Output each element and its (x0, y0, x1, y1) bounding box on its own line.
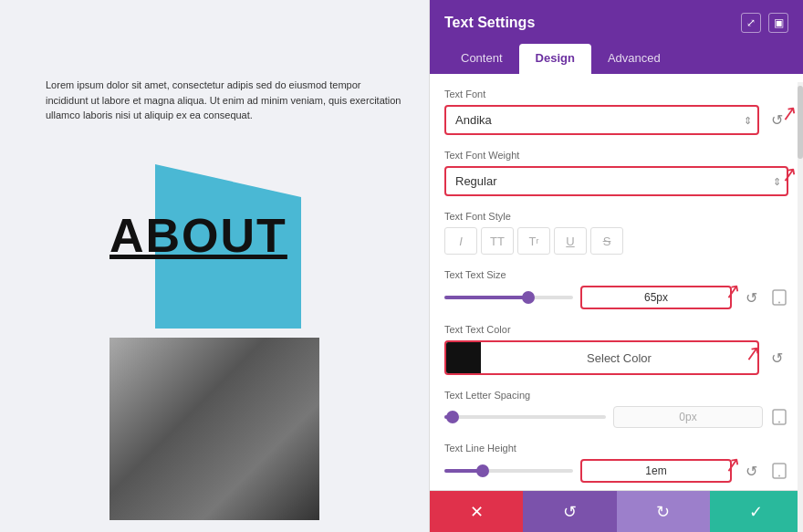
strikethrough-button[interactable]: S (590, 227, 623, 255)
text-font-weight-group: Text Font Weight Regular Bold Light ⇕ ↗ (444, 150, 788, 196)
line-height-slider-fill (444, 469, 483, 473)
text-font-weight-select[interactable]: Regular Bold Light (444, 166, 788, 196)
letter-spacing-slider-track[interactable] (444, 415, 606, 419)
svg-point-1 (778, 302, 780, 304)
letter-spacing-group: Text Letter Spacing (444, 390, 788, 428)
text-size-value[interactable] (580, 286, 732, 309)
panel-footer: ✕ ↺ ↻ ✓ (430, 490, 803, 532)
settings-panel: Text Settings ⤢ ▣ Content Design Advance… (429, 0, 803, 532)
text-size-reset-icon[interactable]: ↺ (739, 286, 763, 309)
style-buttons: I TT Tr U S (444, 227, 788, 255)
text-font-select[interactable]: Andika Arial Georgia (444, 105, 759, 135)
uppercase-button[interactable]: TT (481, 227, 514, 255)
scrollbar[interactable] (798, 82, 803, 532)
canvas-about-text: ABOUT (110, 208, 287, 263)
text-font-style-label: Text Font Style (444, 211, 788, 222)
capitalize-button[interactable]: Tr (517, 227, 550, 255)
text-font-weight-select-wrapper: Regular Bold Light ⇕ (444, 166, 788, 196)
text-color-group: Text Text Color Select Color ↺ ↗ (444, 324, 788, 375)
cancel-icon: ✕ (470, 502, 484, 522)
line-height-group: Text Line Height ↺ ↗ (444, 443, 788, 483)
line-height-device-icon[interactable] (770, 462, 788, 480)
sidebar-toggle-icon[interactable]: ▣ (768, 13, 788, 33)
font-red-arrow: ↗ (779, 101, 799, 128)
letter-spacing-label: Text Letter Spacing (444, 390, 788, 401)
lineheight-red-arrow: ↗ (723, 453, 743, 479)
svg-point-5 (778, 475, 780, 477)
panel-header: Text Settings ⤢ ▣ Content Design Advance… (430, 0, 803, 74)
tab-design[interactable]: Design (519, 44, 591, 74)
text-size-slider-fill (444, 296, 528, 299)
redo-button[interactable]: ↻ (617, 491, 710, 532)
confirm-button[interactable]: ✓ (710, 491, 803, 532)
text-color-label: Text Text Color (444, 324, 788, 335)
underline-button[interactable]: U (554, 227, 587, 255)
text-font-label: Text Font (444, 89, 788, 99)
line-height-slider-track[interactable] (444, 469, 573, 473)
line-height-slider-thumb[interactable] (476, 464, 489, 477)
canvas-content: Lorem ipsum dolor sit amet, consectetur … (0, 0, 429, 532)
panel-title-row: Text Settings ⤢ ▣ (444, 13, 788, 33)
redo-icon: ↻ (656, 502, 670, 522)
canvas-area: Lorem ipsum dolor sit amet, consectetur … (0, 0, 429, 532)
text-font-style-group: Text Font Style I TT Tr U S (444, 211, 788, 255)
panel-body: Text Font Andika Arial Georgia ⇕ ↺ ↗ Tex… (430, 74, 803, 490)
text-color-reset-icon[interactable]: ↺ (765, 346, 788, 370)
text-size-group: Text Text Size ↺ ↗ (444, 269, 788, 309)
text-font-group: Text Font Andika Arial Georgia ⇕ ↺ ↗ (444, 89, 788, 135)
letter-spacing-value[interactable] (613, 406, 763, 428)
letter-spacing-slider-thumb[interactable] (446, 411, 459, 423)
size-red-arrow: ↗ (723, 279, 743, 306)
letter-spacing-row (444, 406, 788, 428)
text-font-select-wrapper: Andika Arial Georgia ⇕ (444, 105, 759, 135)
tab-advanced[interactable]: Advanced (591, 44, 677, 74)
text-font-row: Andika Arial Georgia ⇕ ↺ (444, 105, 788, 135)
canvas-photo (110, 338, 319, 520)
text-font-weight-row: Regular Bold Light ⇕ (444, 166, 788, 196)
panel-title: Text Settings (444, 15, 535, 31)
svg-point-3 (778, 422, 780, 423)
italic-button[interactable]: I (444, 227, 477, 255)
text-color-row: Select Color ↺ (444, 340, 788, 375)
cancel-button[interactable]: ✕ (430, 491, 523, 532)
color-picker-button[interactable]: Select Color (444, 340, 759, 375)
tab-content[interactable]: Content (444, 44, 519, 74)
scroll-thumb[interactable] (798, 86, 803, 159)
undo-icon: ↺ (563, 502, 577, 522)
text-size-device-icon[interactable] (770, 288, 788, 307)
line-height-value[interactable] (580, 459, 732, 483)
panel-tabs: Content Design Advanced (444, 44, 788, 74)
letter-spacing-slider-fill (444, 415, 453, 419)
color-swatch (446, 342, 481, 373)
resize-icon[interactable]: ⤢ (741, 13, 761, 33)
undo-button[interactable]: ↺ (523, 491, 616, 532)
confirm-icon: ✓ (749, 502, 763, 522)
color-label: Select Color (481, 351, 757, 365)
letter-spacing-device-icon[interactable] (770, 408, 788, 426)
weight-red-arrow: ↗ (779, 162, 799, 189)
panel-header-icons: ⤢ ▣ (741, 13, 788, 33)
text-size-slider-track[interactable] (444, 296, 573, 299)
text-size-slider-thumb[interactable] (522, 291, 535, 304)
canvas-photo-inner (110, 338, 319, 520)
line-height-reset-icon[interactable]: ↺ (739, 459, 763, 483)
text-font-weight-label: Text Font Weight (444, 150, 788, 161)
canvas-lorem-text: Lorem ipsum dolor sit amet, consectetur … (46, 78, 402, 123)
